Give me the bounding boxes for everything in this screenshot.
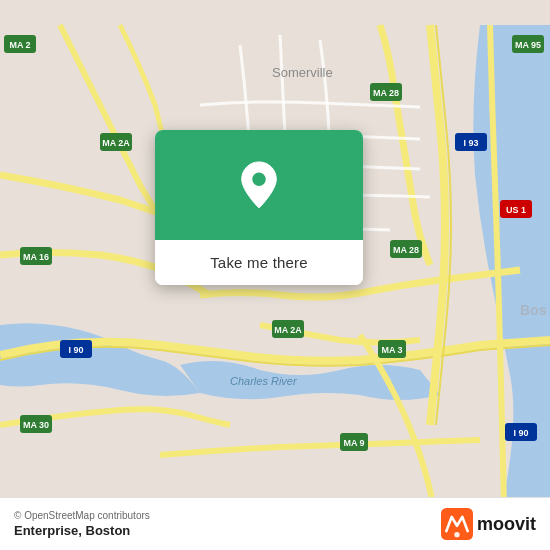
moovit-brand-icon — [441, 508, 473, 540]
location-pin-icon — [237, 160, 281, 210]
take-me-there-button[interactable]: Take me there — [155, 240, 363, 285]
bottom-left: © OpenStreetMap contributors Enterprise,… — [14, 510, 150, 538]
map-container: MA 2 MA 2A MA 2A MA 16 MA 28 MA 28 I 93 … — [0, 0, 550, 550]
svg-text:MA 2A: MA 2A — [102, 138, 130, 148]
svg-text:Bos: Bos — [520, 302, 547, 318]
location-label: Enterprise, Boston — [14, 523, 150, 538]
svg-text:I 90: I 90 — [68, 345, 83, 355]
svg-point-32 — [252, 173, 265, 186]
moovit-brand-text: moovit — [477, 514, 536, 535]
svg-text:Somerville: Somerville — [272, 65, 333, 80]
popup-header — [155, 130, 363, 240]
svg-text:I 90: I 90 — [513, 428, 528, 438]
moovit-logo: moovit — [441, 508, 536, 540]
svg-text:US 1: US 1 — [506, 205, 526, 215]
svg-text:MA 16: MA 16 — [23, 252, 49, 262]
svg-text:MA 3: MA 3 — [381, 345, 402, 355]
svg-text:MA 30: MA 30 — [23, 420, 49, 430]
map-attribution: © OpenStreetMap contributors — [14, 510, 150, 521]
svg-text:MA 95: MA 95 — [515, 40, 541, 50]
svg-text:Charles River: Charles River — [230, 375, 298, 387]
location-popup: Take me there — [155, 130, 363, 285]
bottom-bar: © OpenStreetMap contributors Enterprise,… — [0, 497, 550, 550]
svg-text:MA 28: MA 28 — [393, 245, 419, 255]
svg-text:MA 9: MA 9 — [343, 438, 364, 448]
svg-text:MA 28: MA 28 — [373, 88, 399, 98]
svg-text:MA 2A: MA 2A — [274, 325, 302, 335]
svg-point-34 — [454, 532, 459, 537]
svg-text:MA 2: MA 2 — [9, 40, 30, 50]
svg-text:I 93: I 93 — [463, 138, 478, 148]
